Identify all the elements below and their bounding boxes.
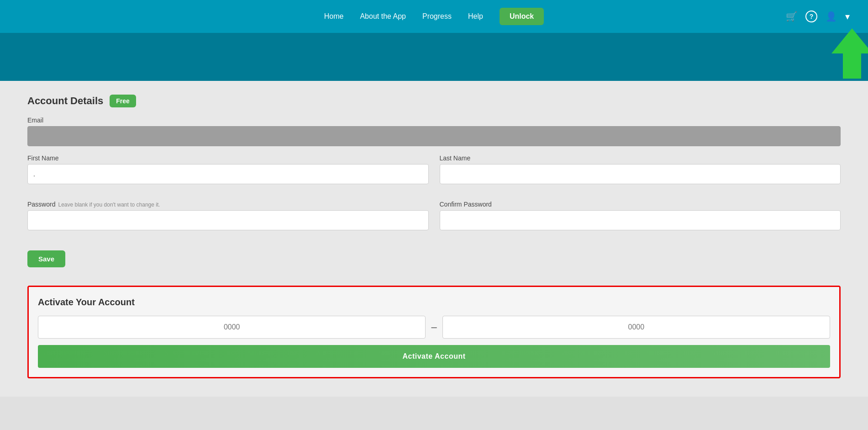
sub-header: [0, 33, 868, 81]
nav-right-icons: 🛒 ? 👤 ▾: [786, 11, 850, 22]
last-name-group: Last Name: [440, 154, 841, 184]
nav-progress[interactable]: Progress: [422, 12, 452, 21]
save-button[interactable]: Save: [27, 250, 65, 267]
password-label: PasswordLeave blank if you don't want to…: [27, 201, 429, 208]
last-name-label: Last Name: [440, 154, 841, 162]
name-row: First Name Last Name: [27, 154, 841, 192]
activate-box: Activate Your Account – Activate Account: [27, 286, 841, 378]
password-note: Leave blank if you don't want to change …: [58, 202, 160, 208]
last-name-input[interactable]: [440, 164, 841, 184]
nav-help[interactable]: Help: [468, 12, 483, 21]
activate-inputs-row: –: [38, 316, 830, 339]
confirm-password-input[interactable]: [440, 210, 841, 230]
nav-about[interactable]: About the App: [360, 12, 406, 21]
svg-marker-0: [831, 28, 868, 79]
user-icon[interactable]: 👤: [826, 11, 837, 22]
account-details-header: Account Details Free: [27, 95, 841, 107]
activate-dash: –: [426, 321, 442, 333]
activation-code-2[interactable]: [442, 316, 830, 339]
first-name-input[interactable]: [27, 164, 429, 184]
email-input[interactable]: [27, 126, 841, 146]
password-group: PasswordLeave blank if you don't want to…: [27, 201, 429, 230]
first-name-label: First Name: [27, 154, 429, 162]
password-input[interactable]: [27, 210, 429, 230]
help-icon[interactable]: ?: [805, 11, 817, 22]
confirm-password-group: Confirm Password: [440, 201, 841, 230]
nav-home[interactable]: Home: [324, 12, 344, 21]
account-details-title: Account Details: [27, 95, 103, 107]
email-label: Email: [27, 117, 841, 124]
free-badge: Free: [110, 95, 136, 107]
confirm-password-label: Confirm Password: [440, 201, 841, 208]
password-row: PasswordLeave blank if you don't want to…: [27, 201, 841, 239]
email-group: Email: [27, 117, 841, 146]
activation-code-1[interactable]: [38, 316, 426, 339]
activate-button[interactable]: Activate Account: [38, 345, 830, 368]
cart-icon[interactable]: 🛒: [786, 11, 797, 22]
chevron-down-icon[interactable]: ▾: [845, 11, 850, 22]
main-content: Account Details Free Email First Name La…: [0, 81, 868, 397]
navbar: Home About the App Progress Help Unlock …: [0, 0, 868, 33]
first-name-group: First Name: [27, 154, 429, 184]
unlock-button[interactable]: Unlock: [500, 8, 544, 25]
nav-links: Home About the App Progress Help Unlock: [18, 8, 850, 25]
activate-title: Activate Your Account: [38, 297, 830, 308]
